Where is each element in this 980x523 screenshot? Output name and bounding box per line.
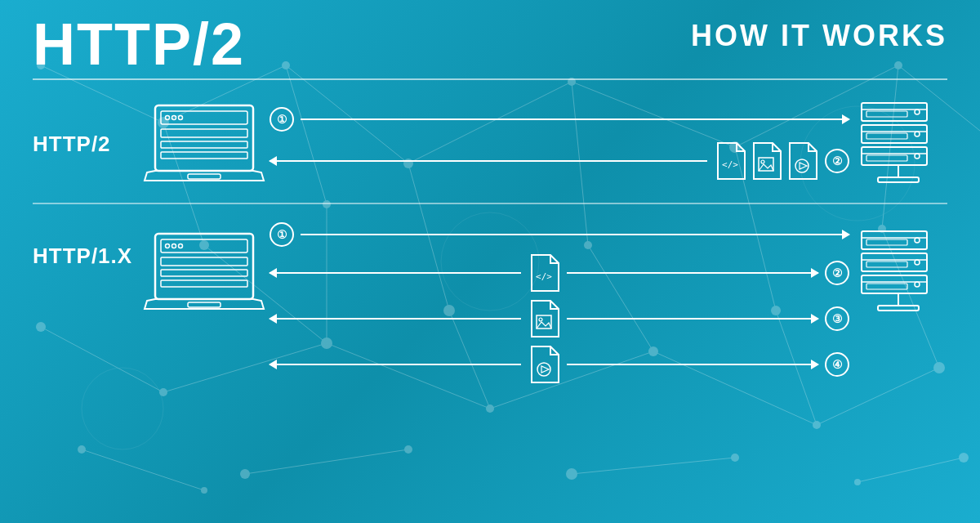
http1x-step3-badge: ③ bbox=[825, 306, 849, 331]
svg-rect-98 bbox=[188, 302, 220, 307]
svg-rect-106 bbox=[866, 239, 907, 245]
main-content: HTTP/2 HOW IT WORKS HTTP/2 bbox=[0, 0, 980, 523]
svg-rect-96 bbox=[161, 280, 247, 287]
svg-point-62 bbox=[166, 116, 170, 120]
http2-label: HTTP/2 bbox=[33, 132, 139, 157]
svg-rect-89 bbox=[155, 234, 253, 299]
svg-rect-85 bbox=[866, 155, 907, 161]
svg-marker-103 bbox=[541, 366, 549, 373]
svg-rect-65 bbox=[161, 129, 247, 137]
header-divider bbox=[33, 78, 947, 80]
svg-rect-114 bbox=[866, 284, 907, 289]
svg-rect-90 bbox=[161, 239, 247, 253]
svg-rect-77 bbox=[866, 111, 907, 117]
svg-rect-112 bbox=[862, 275, 927, 293]
http1x-step1-badge: ① bbox=[270, 222, 294, 247]
svg-point-63 bbox=[172, 116, 176, 120]
svg-rect-88 bbox=[878, 177, 919, 182]
svg-point-111 bbox=[915, 260, 920, 265]
svg-rect-104 bbox=[862, 231, 927, 249]
http1x-laptop-icon bbox=[139, 219, 270, 317]
http2-response-files: </> bbox=[714, 141, 818, 181]
svg-rect-69 bbox=[188, 174, 220, 179]
svg-point-78 bbox=[915, 110, 920, 114]
main-title: HTTP/2 bbox=[33, 15, 245, 74]
svg-point-82 bbox=[915, 132, 920, 136]
http1x-step4-badge: ④ bbox=[825, 352, 849, 377]
svg-text:</>: </> bbox=[722, 159, 738, 170]
svg-rect-100 bbox=[537, 315, 551, 329]
http1x-arrow-area: ① </> ② bbox=[270, 219, 849, 384]
http2-server-icon bbox=[849, 99, 947, 189]
svg-point-92 bbox=[172, 244, 176, 248]
http2-section: HTTP/2 bbox=[33, 83, 947, 201]
svg-rect-71 bbox=[759, 158, 773, 171]
http2-laptop-icon bbox=[139, 99, 270, 189]
svg-text:</>: </> bbox=[536, 271, 552, 282]
svg-rect-94 bbox=[161, 257, 247, 266]
svg-point-101 bbox=[539, 318, 542, 321]
svg-rect-67 bbox=[161, 152, 247, 159]
svg-rect-75 bbox=[862, 103, 927, 121]
svg-rect-110 bbox=[866, 262, 907, 267]
http1x-server-icon bbox=[849, 219, 947, 317]
http2-arrow-area: ① </> bbox=[270, 95, 849, 193]
http2-step1-badge: ① bbox=[270, 107, 294, 132]
svg-marker-74 bbox=[800, 163, 807, 169]
svg-point-93 bbox=[179, 244, 183, 248]
svg-rect-117 bbox=[878, 306, 919, 311]
svg-point-91 bbox=[166, 244, 170, 248]
svg-point-72 bbox=[761, 160, 764, 163]
svg-rect-108 bbox=[862, 253, 927, 271]
header: HTTP/2 HOW IT WORKS bbox=[33, 15, 947, 74]
subtitle: HOW IT WORKS bbox=[691, 21, 947, 51]
svg-point-64 bbox=[179, 116, 183, 120]
svg-rect-81 bbox=[866, 133, 907, 139]
svg-rect-61 bbox=[161, 111, 247, 124]
http1x-section: HTTP/1.X ① bbox=[33, 206, 947, 391]
section-divider bbox=[33, 203, 947, 204]
svg-rect-79 bbox=[862, 125, 927, 143]
http1x-label: HTTP/1.X bbox=[33, 219, 139, 269]
svg-rect-95 bbox=[161, 270, 247, 276]
svg-rect-83 bbox=[862, 147, 927, 165]
svg-rect-60 bbox=[155, 105, 253, 171]
svg-point-107 bbox=[915, 238, 920, 243]
svg-point-86 bbox=[915, 154, 920, 159]
http1x-step2-badge: ② bbox=[825, 261, 849, 285]
svg-point-115 bbox=[915, 282, 920, 287]
http2-step2-badge: ② bbox=[825, 149, 849, 173]
svg-rect-66 bbox=[161, 141, 247, 148]
